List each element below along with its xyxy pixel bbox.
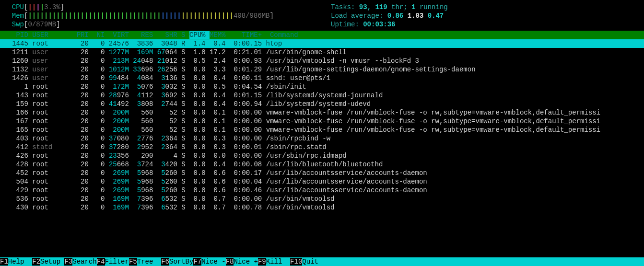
cpu-label: CPU <box>0 3 24 12</box>
process-row[interactable]: 1211 user 20 0 1277M 169M 67064 S 1.0 17… <box>0 48 644 57</box>
procs-header[interactable]: PID USER PRI NI VIRT RES SHR S CPU% MEM%… <box>0 31 644 39</box>
swp-meter: Swp[ 0/879MB] <box>0 20 644 29</box>
process-row[interactable]: 536 root 20 0 169M 7396 6532 S 0.0 0.7 0… <box>0 195 644 203</box>
process-row[interactable]: 452 root 20 0 269M 5968 5260 S 0.0 0.6 0… <box>0 169 644 177</box>
process-row[interactable]: 412 statd 20 0 37280 2952 2364 S 0.0 0.3… <box>0 143 644 151</box>
process-row[interactable]: 143 root 20 0 28976 4112 3692 S 0.0 0.4 … <box>0 91 644 100</box>
process-row[interactable]: 159 root 20 0 41492 3808 2744 S 0.0 0.4 … <box>0 100 644 108</box>
system-info: Tasks: 93, 119 thr; 1 running Load avera… <box>331 3 448 29</box>
uptime-line: Uptime: 00:03:36 <box>331 20 448 29</box>
mem-meter: Mem[||||||||||||||||||||||||||||||||||||… <box>0 12 644 20</box>
process-row[interactable]: 426 root 20 0 23356 200 4 S 0.0 0.0 0:00… <box>0 151 644 160</box>
process-row[interactable]: 165 root 20 0 200M 560 52 S 0.0 0.1 0:00… <box>0 126 644 134</box>
process-row[interactable]: 1260 user 20 0 213M 24048 21012 S 0.5 2.… <box>0 57 644 65</box>
resource-meters: CPU[|||| 3.3%] Mem[|||||||||||||||||||||… <box>0 0 644 31</box>
process-table[interactable]: 1445 root 20 0 24576 3836 3048 R 1.4 0.4… <box>0 39 644 212</box>
process-row[interactable]: 167 root 20 0 200M 560 52 S 0.0 0.1 0:00… <box>0 117 644 126</box>
tasks-line: Tasks: 93, 119 thr; 1 running <box>331 3 448 12</box>
process-row[interactable]: 428 root 20 0 25668 3724 3420 S 0.0 0.4 … <box>0 160 644 169</box>
process-row[interactable]: 1445 root 20 0 24576 3836 3048 R 1.4 0.4… <box>0 39 644 48</box>
process-row[interactable]: 403 root 20 0 37080 2776 2364 S 0.0 0.3 … <box>0 134 644 143</box>
cpu-meter: CPU[|||| 3.3%] <box>0 3 644 12</box>
cpu-value: 3.3% <box>44 3 60 12</box>
process-row[interactable]: 1 root 20 0 172M 5076 3032 S 0.0 0.5 0:0… <box>0 82 644 91</box>
process-row[interactable]: 430 root 20 0 169M 7396 6532 S 0.0 0.7 0… <box>0 203 644 212</box>
process-row[interactable]: 504 root 20 0 269M 5968 5260 S 0.0 0.6 0… <box>0 177 644 186</box>
process-row[interactable]: 1426 user 20 0 99484 4084 3136 S 0.0 0.4… <box>0 74 644 82</box>
swp-label: Swp <box>0 20 24 29</box>
load-line: Load average: 0.86 1.03 0.47 <box>331 12 448 20</box>
process-row[interactable]: 1132 user 20 0 1012M 33696 26256 S 0.0 3… <box>0 65 644 74</box>
process-row[interactable]: 166 root 20 0 200M 560 52 S 0.0 0.1 0:00… <box>0 108 644 117</box>
swp-value: 0/879MB <box>28 20 56 29</box>
cpu-bar: |||| <box>28 3 44 12</box>
mem-value: 408/986MB <box>234 12 270 20</box>
mem-bar: ||||||||||||||||||||||||||||||||||||||||… <box>28 12 233 20</box>
process-row[interactable]: 429 root 20 0 269M 5968 5260 S 0.0 0.6 0… <box>0 186 644 195</box>
mem-label: Mem <box>0 12 24 20</box>
